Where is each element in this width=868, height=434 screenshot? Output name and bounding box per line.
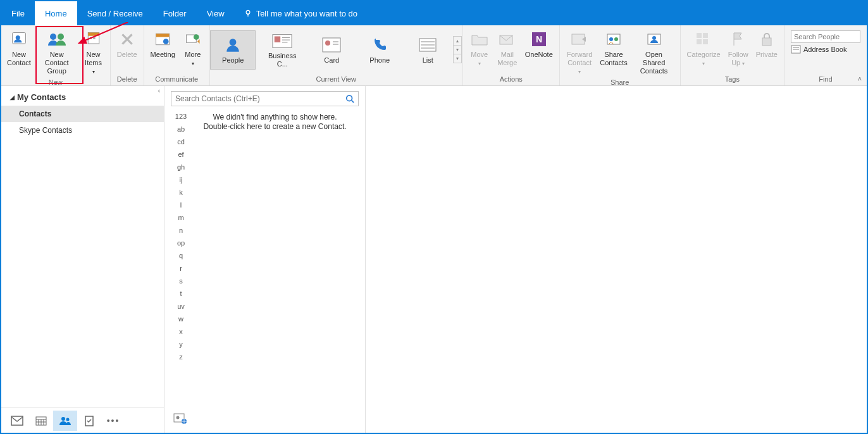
alpha-gh[interactable]: gh	[177, 163, 185, 171]
chevron-up-icon[interactable]: ▴	[454, 37, 461, 46]
view-business-label: Business C...	[262, 52, 302, 68]
private-button[interactable]: Private	[752, 28, 781, 60]
empty-contacts-message[interactable]: We didn't find anything to show here. Do…	[191, 110, 359, 410]
more-button[interactable]: More▾	[179, 28, 207, 69]
view-phone-label: Phone	[369, 56, 390, 65]
nav-calendar-button[interactable]	[29, 411, 53, 431]
svg-rect-9	[93, 37, 96, 40]
alpha-w[interactable]: w	[178, 315, 183, 323]
ribbon-group-tags: Categorize▾ Follow Up ▾ Private Tags	[681, 25, 784, 85]
more-actions-icon	[183, 29, 203, 49]
svg-point-54	[66, 418, 70, 421]
categorize-label: Categorize▾	[687, 51, 721, 68]
new-items-label: New Items ▾	[83, 51, 103, 76]
share-contacts-label: Share Contacts	[600, 51, 627, 67]
view-phone-button[interactable]: Phone	[357, 30, 402, 70]
alpha-x[interactable]: x	[179, 328, 183, 335]
view-business-card-button[interactable]: Business C...	[258, 30, 306, 70]
new-items-button[interactable]: New Items ▾	[79, 28, 107, 77]
address-book-button[interactable]: Address Book	[791, 45, 860, 54]
share-contacts-button[interactable]: Share Contacts	[597, 28, 630, 68]
nav-item-skype-contacts[interactable]: Skype Contacts	[1, 122, 164, 139]
lock-icon	[757, 29, 777, 49]
follow-up-button[interactable]: Follow Up ▾	[724, 28, 752, 69]
alpha-ij[interactable]: ij	[180, 176, 183, 183]
ribbon-collapse-button[interactable]: ʌ	[858, 75, 862, 82]
categorize-button[interactable]: Categorize▾	[683, 28, 724, 69]
alpha-k[interactable]: k	[179, 189, 183, 196]
open-shared-label: Open Shared Contacts	[635, 51, 674, 75]
alpha-l[interactable]: l	[180, 201, 182, 209]
alpha-r[interactable]: r	[180, 264, 182, 272]
alpha-ef[interactable]: ef	[178, 151, 183, 158]
alpha-op[interactable]: op	[177, 239, 185, 247]
alpha-123[interactable]: 123	[175, 113, 187, 120]
search-icon[interactable]	[345, 94, 354, 103]
alpha-n[interactable]: n	[179, 226, 183, 234]
more-label: More▾	[185, 51, 201, 68]
tell-me-search[interactable]: Tell me what you want to do	[235, 1, 366, 25]
open-shared-contacts-button[interactable]: Open Shared Contacts	[631, 28, 678, 77]
tab-send-receive[interactable]: Send / Receive	[77, 1, 153, 25]
alpha-q[interactable]: q	[179, 252, 183, 259]
people-icon	[59, 416, 71, 426]
tab-file[interactable]: File	[1, 1, 35, 25]
view-list-button[interactable]: List	[405, 30, 450, 70]
tab-home[interactable]: Home	[35, 1, 77, 25]
gallery-expand-icon[interactable]: ▾	[454, 54, 461, 63]
nav-collapse-button[interactable]: ‹	[158, 87, 160, 94]
alpha-y[interactable]: y	[179, 340, 183, 348]
mail-merge-label: Mail Merge	[497, 51, 517, 67]
nav-tasks-button[interactable]	[77, 411, 101, 431]
open-shared-icon	[644, 29, 664, 49]
mail-merge-button[interactable]: Mail Merge	[493, 28, 521, 68]
move-button[interactable]: Move▾	[466, 28, 493, 69]
tab-folder[interactable]: Folder	[153, 1, 197, 25]
alpha-m[interactable]: m	[178, 214, 183, 221]
view-card-button[interactable]: Card	[309, 30, 354, 70]
alpha-uv[interactable]: uv	[177, 302, 185, 310]
nav-more-button[interactable]: •••	[101, 411, 125, 431]
chevron-down-icon[interactable]: ▾	[454, 46, 461, 54]
group-label-share: Share	[611, 77, 629, 87]
svg-point-12	[163, 39, 169, 44]
view-people-button[interactable]: People	[210, 30, 256, 70]
onenote-icon: N	[529, 29, 549, 49]
svg-point-37	[652, 36, 656, 40]
alpha-t[interactable]: t	[180, 290, 182, 297]
forward-contact-label: Forward Contact ▾	[566, 51, 593, 76]
alpha-z[interactable]: z	[179, 353, 183, 361]
view-gallery-scroll[interactable]: ▴ ▾ ▾	[453, 36, 462, 63]
new-contact-button[interactable]: New Contact	[4, 28, 34, 68]
meeting-button[interactable]: Meeting	[147, 28, 179, 60]
onenote-button[interactable]: N OneNote	[521, 28, 557, 60]
tab-view[interactable]: View	[197, 1, 235, 25]
search-contacts-input[interactable]	[175, 94, 345, 103]
person-plus-icon	[9, 29, 29, 49]
onenote-label: OneNote	[525, 51, 553, 59]
flag-icon	[728, 29, 748, 49]
calendar-meeting-icon	[152, 29, 173, 49]
svg-point-22	[325, 40, 330, 46]
alpha-cd[interactable]: cd	[177, 138, 185, 146]
forward-contact-button[interactable]: Forward Contact ▾	[562, 28, 597, 77]
nav-people-button[interactable]	[53, 411, 77, 431]
nav-my-contacts-header[interactable]: ◢ My Contacts	[1, 86, 164, 106]
search-people-input[interactable]	[791, 30, 860, 43]
phone-icon	[369, 35, 390, 55]
nav-item-contacts[interactable]: Contacts	[1, 106, 164, 122]
mail-merge-icon	[497, 29, 518, 49]
search-contacts-box[interactable]	[171, 91, 359, 106]
alpha-s[interactable]: s	[179, 277, 183, 285]
view-card-label: Card	[324, 56, 339, 65]
alpha-ab[interactable]: ab	[177, 125, 185, 133]
delete-button[interactable]: Delete	[113, 28, 141, 60]
svg-rect-7	[88, 33, 99, 36]
nav-mail-button[interactable]	[5, 411, 29, 431]
ribbon-group-current-view: People Business C... Card Phone List ▴ ▾	[210, 25, 463, 85]
new-contact-group-button[interactable]: New Contact Group	[34, 28, 80, 77]
svg-rect-17	[275, 36, 280, 42]
alpha-index: 123abcdefghijklmnopqrstuvwxyz	[171, 110, 191, 410]
svg-text:N: N	[536, 34, 542, 44]
contact-card-with-globe-icon[interactable]	[173, 413, 187, 425]
